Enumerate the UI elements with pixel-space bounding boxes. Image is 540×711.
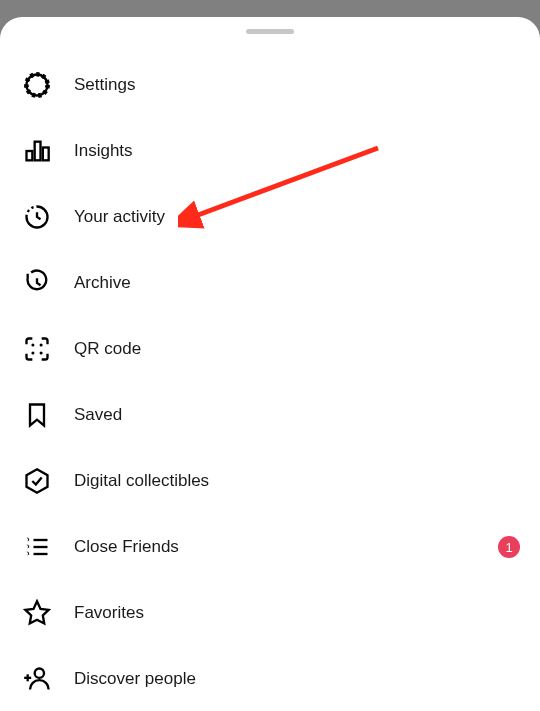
menu-label: Insights (74, 141, 133, 161)
svg-point-6 (31, 343, 34, 346)
discover-people-icon (22, 664, 52, 694)
menu-item-favorites[interactable]: Favorites (0, 580, 540, 646)
notification-badge: 1 (498, 536, 520, 558)
svg-point-13 (35, 669, 44, 678)
svg-point-9 (40, 352, 43, 355)
svg-point-2 (29, 77, 46, 94)
archive-icon (22, 268, 52, 298)
qr-icon (22, 334, 52, 364)
drag-handle[interactable] (246, 29, 294, 34)
menu-item-insights[interactable]: Insights (0, 118, 540, 184)
svg-point-7 (40, 343, 43, 346)
collectibles-icon (22, 466, 52, 496)
menu-label: Close Friends (74, 537, 179, 557)
menu-list: Settings Insights Your activity (0, 52, 540, 711)
svg-rect-3 (27, 151, 33, 160)
insights-icon (22, 136, 52, 166)
menu-label: Saved (74, 405, 122, 425)
gear-icon (22, 70, 52, 100)
bottom-sheet: Settings Insights Your activity (0, 17, 540, 711)
menu-item-close-friends[interactable]: Close Friends 1 (0, 514, 540, 580)
svg-rect-5 (43, 148, 49, 161)
menu-item-discover-people[interactable]: Discover people (0, 646, 540, 711)
menu-label: Settings (74, 75, 135, 95)
menu-label: Favorites (74, 603, 144, 623)
svg-rect-4 (35, 142, 41, 161)
menu-label: Your activity (74, 207, 165, 227)
svg-point-8 (31, 352, 34, 355)
menu-label: Archive (74, 273, 131, 293)
menu-label: QR code (74, 339, 141, 359)
menu-item-digital-collectibles[interactable]: Digital collectibles (0, 448, 540, 514)
menu-label: Discover people (74, 669, 196, 689)
menu-item-archive[interactable]: Archive (0, 250, 540, 316)
menu-item-settings[interactable]: Settings (0, 52, 540, 118)
menu-item-saved[interactable]: Saved (0, 382, 540, 448)
menu-label: Digital collectibles (74, 471, 209, 491)
close-friends-icon (22, 532, 52, 562)
saved-icon (22, 400, 52, 430)
menu-item-your-activity[interactable]: Your activity (0, 184, 540, 250)
activity-icon (22, 202, 52, 232)
favorites-icon (22, 598, 52, 628)
menu-item-qr-code[interactable]: QR code (0, 316, 540, 382)
